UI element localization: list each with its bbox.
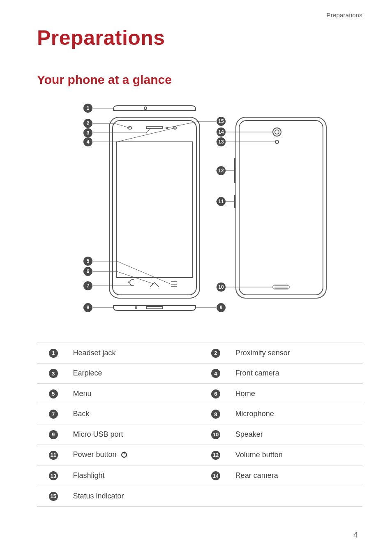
callout-12: 12 [218, 168, 224, 174]
callout-7: 7 [87, 283, 90, 289]
legend-label-5: Menu [69, 384, 199, 404]
callout-11: 11 [218, 199, 224, 204]
legend-label-8: Microphone [232, 404, 362, 424]
callout-4: 4 [87, 139, 90, 145]
page-title: Preparations [37, 26, 362, 50]
legend-num-3: 3 [49, 369, 58, 378]
svg-rect-3 [117, 142, 192, 278]
svg-point-18 [135, 307, 137, 308]
legend-num-9: 9 [49, 430, 58, 439]
callout-1: 1 [87, 105, 90, 111]
callout-10: 10 [218, 284, 224, 290]
callout-5: 5 [87, 258, 90, 264]
callout-15: 15 [218, 118, 224, 124]
table-row: 13 Flashlight 14 Rear camera [37, 466, 362, 486]
callout-13: 13 [218, 139, 224, 145]
legend-num-14: 14 [211, 471, 220, 480]
legend-table: 1 Headset jack 2 Proximity sensor 3 Earp… [37, 343, 362, 507]
legend-label-13: Flashlight [69, 466, 199, 486]
table-row: 15 Status indicator [37, 486, 362, 507]
legend-label-14: Rear camera [232, 466, 362, 486]
legend-num-13: 13 [49, 471, 58, 480]
legend-label-4: Front camera [232, 363, 362, 384]
svg-point-0 [144, 107, 147, 109]
legend-label-11: Power button [69, 445, 199, 466]
table-row: 5 Menu 6 Home [37, 384, 362, 404]
legend-num-11: 11 [49, 451, 58, 460]
table-row: 11 Power button 12 Volume button [37, 445, 362, 466]
svg-point-11 [275, 130, 279, 134]
power-icon [120, 451, 128, 460]
legend-label-7: Back [69, 404, 199, 424]
table-row: 3 Earpiece 4 Front camera [37, 363, 362, 384]
callout-3: 3 [87, 130, 90, 136]
page-number: 4 [353, 531, 357, 540]
callout-2: 2 [87, 120, 90, 126]
legend-num-5: 5 [49, 389, 58, 398]
legend-num-2: 2 [211, 349, 220, 358]
legend-label-10: Speaker [232, 424, 362, 445]
svg-rect-4 [146, 126, 163, 129]
header-breadcrumb: Preparations [37, 12, 362, 19]
section-title: Your phone at a glance [37, 73, 362, 87]
legend-num-10: 10 [211, 430, 220, 439]
callout-6: 6 [87, 269, 90, 274]
legend-label-1: Headset jack [69, 343, 199, 364]
legend-num-12: 12 [211, 451, 220, 460]
legend-num-4: 4 [211, 369, 220, 378]
legend-num-7: 7 [49, 410, 58, 419]
table-row: 1 Headset jack 2 Proximity sensor [37, 343, 362, 364]
legend-num-15: 15 [49, 492, 58, 501]
svg-rect-17 [146, 306, 163, 309]
table-row: 7 Back 8 Microphone [37, 404, 362, 424]
svg-point-12 [275, 140, 279, 144]
svg-rect-9 [239, 120, 323, 295]
callout-9: 9 [220, 305, 223, 310]
legend-num-6: 6 [211, 389, 220, 398]
legend-label-3: Earpiece [69, 363, 199, 384]
phone-figure: 1 2 3 4 5 6 7 8 15 14 13 12 11 10 9 [37, 101, 362, 331]
legend-num-1: 1 [49, 349, 58, 358]
legend-label-6: Home [232, 384, 362, 404]
legend-label-11-text: Power button [73, 450, 118, 459]
callout-8: 8 [87, 305, 90, 310]
table-row: 9 Micro USB port 10 Speaker [37, 424, 362, 445]
legend-label-9: Micro USB port [69, 424, 199, 445]
callout-14: 14 [218, 129, 224, 135]
page: Preparations Preparations Your phone at … [0, 0, 392, 556]
legend-label-15: Status indicator [69, 486, 199, 507]
legend-label-12: Volume button [232, 445, 362, 466]
legend-label-2: Proximity sensor [232, 343, 362, 364]
legend-num-8: 8 [211, 410, 220, 419]
